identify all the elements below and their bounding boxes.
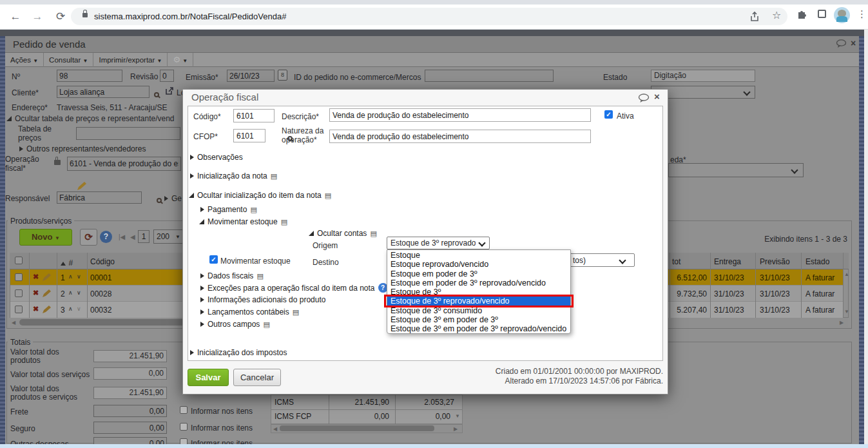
move-up-icon[interactable]: ∧	[68, 289, 73, 296]
frete-informar-checkbox[interactable]	[180, 406, 188, 414]
pagination-first-icon[interactable]: |◀	[119, 233, 125, 240]
bookmark-star-icon[interactable]: ☆	[772, 9, 781, 21]
frete-input[interactable]	[93, 405, 167, 417]
vscroll-up-icon[interactable]: ▲	[844, 271, 849, 277]
cliente-input[interactable]	[57, 86, 149, 98]
url-text[interactable]: sistema.maxiprod.com.br/NotaFiscal/Pedid…	[94, 12, 286, 21]
cliente-open-icon[interactable]	[165, 86, 174, 95]
dropdown-option[interactable]: Estoque em poder de 3º	[387, 269, 570, 278]
tree-outros-campos[interactable]: Outros campos▤	[200, 320, 270, 329]
tree-observacoes[interactable]: Observações	[190, 153, 243, 162]
operacao-fiscal-input[interactable]	[67, 157, 181, 171]
side-panel-icon[interactable]	[818, 10, 826, 18]
ativa-checkbox[interactable]: ✓	[604, 110, 613, 119]
dropdown-option[interactable]: Estoque	[387, 251, 570, 260]
tree-inicializacao-impostos[interactable]: Inicialização dos impostos	[190, 348, 287, 357]
move-up-icon[interactable]: ∧	[68, 306, 73, 312]
responsavel-search-icon[interactable]	[157, 198, 162, 203]
codigo-input[interactable]	[233, 109, 275, 122]
address-bar[interactable]: sistema.maxiprod.com.br/NotaFiscal/Pedid…	[71, 8, 787, 25]
toggle-ge-fragment[interactable]: Ge	[164, 194, 182, 203]
kebab-menu-icon[interactable]: ⋮	[857, 8, 867, 20]
select-all-checkbox[interactable]	[15, 257, 23, 264]
codigo-column-header[interactable]: Código	[90, 257, 115, 266]
sort-column-header[interactable]: #	[61, 257, 73, 268]
help-icon[interactable]: ?	[100, 231, 112, 243]
move-down-icon[interactable]: ∨	[77, 289, 81, 296]
dropdown-option[interactable]: Estoque reprovado/vencido	[387, 260, 570, 269]
delete-row-icon[interactable]: ✖	[33, 305, 39, 313]
tot-column-header[interactable]: tot	[672, 257, 680, 266]
movimentar-estoque-checkbox[interactable]: ✓	[209, 255, 218, 264]
move-down-icon[interactable]: ∨	[77, 273, 81, 280]
page-number-box[interactable]: 1	[138, 230, 149, 243]
delete-row-icon[interactable]: ✖	[33, 289, 39, 297]
toggle-tabela-precos[interactable]: Ocultar tabela de preços e representante…	[6, 114, 175, 123]
dropdown-option[interactable]: Estoque de 3º em poder de 3º	[387, 315, 570, 324]
dropdown-option[interactable]: Estoque de 3º em poder de 3º reprovado/v…	[387, 324, 570, 333]
toggle-outros-representantes[interactable]: Outros representantes/vendedores	[19, 144, 146, 153]
entrega-column-header[interactable]: Entrega	[714, 257, 741, 266]
tree-informacoes-adicionais[interactable]: Informações adicionais do produto	[200, 295, 325, 304]
natureza-input[interactable]	[329, 130, 591, 143]
back-icon[interactable]: ←	[8, 9, 23, 24]
moeda-select[interactable]	[668, 163, 804, 177]
reload-icon[interactable]: ⟳	[53, 9, 68, 24]
novo-button[interactable]: Novo ▼	[19, 229, 72, 246]
refresh-icon[interactable]: ⟳	[80, 229, 97, 246]
seguro-informar-checkbox[interactable]	[180, 423, 188, 431]
edit-row-icon[interactable]	[42, 289, 52, 298]
tree-ocultar-item-nota[interactable]: Ocultar inicialização do item da nota▤	[189, 191, 331, 200]
tabela-precos-input[interactable]	[76, 127, 180, 140]
tax-hscroll-right-icon[interactable]: ▶	[454, 426, 458, 432]
extensions-icon[interactable]	[796, 9, 808, 21]
emissao-input[interactable]	[227, 70, 275, 82]
tree-inicializacao-nota[interactable]: Inicialização da nota▤	[190, 171, 277, 180]
profile-avatar[interactable]	[834, 7, 850, 23]
ecommerce-id-input[interactable]	[425, 70, 554, 82]
hscroll-right-icon[interactable]: ▶	[840, 320, 844, 326]
dropdown-option[interactable]: Estoque em poder de 3º reprovado/vencido	[387, 278, 570, 287]
tree-lancamentos-contabeis[interactable]: Lançamentos contábeis▤	[200, 307, 299, 317]
tree-ocultar-contas[interactable]: Ocultar contas▤	[309, 229, 377, 238]
cfop-input[interactable]	[233, 129, 265, 142]
share-icon[interactable]	[749, 11, 760, 23]
tax-hscroll-left-icon[interactable]: ◀	[273, 426, 277, 432]
row-checkbox[interactable]	[15, 306, 23, 313]
settings-menu-button[interactable]: ⚙ ▼	[168, 53, 193, 67]
hscroll-left-icon[interactable]: ◀	[12, 320, 15, 326]
cancelar-button[interactable]: Cancelar	[233, 369, 281, 386]
revisao-input[interactable]	[160, 70, 174, 82]
dialog-close-icon[interactable]: ×	[654, 91, 660, 102]
calendar-icon[interactable]: 8	[278, 70, 287, 81]
edit-pencil-icon[interactable]	[76, 181, 88, 191]
page-comment-icon[interactable]	[836, 39, 847, 48]
descricao-input[interactable]	[329, 108, 591, 122]
move-up-icon[interactable]: ∧	[68, 273, 73, 280]
tree-dados-fiscais[interactable]: Dados fiscais▤	[200, 271, 264, 280]
tax-vscroll-icon[interactable]: ▼	[455, 413, 460, 419]
edit-row-icon[interactable]	[42, 305, 52, 314]
forward-icon[interactable]: →	[30, 9, 45, 24]
page-close-icon[interactable]: ×	[851, 38, 856, 48]
acoes-menu-button[interactable]: Ações ▼	[5, 53, 44, 67]
origem-select[interactable]: Estoque de 3º reprovado/	[387, 237, 490, 249]
tree-pagamento[interactable]: Pagamento▤	[200, 205, 257, 214]
delete-row-icon[interactable]: ✖	[33, 273, 39, 281]
previsao-column-header[interactable]: Previsão	[760, 257, 790, 266]
responsavel-input[interactable]	[57, 191, 142, 204]
row-checkbox[interactable]	[15, 289, 23, 297]
page-size-select[interactable]: 200 ▼	[153, 229, 183, 244]
row-checkbox[interactable]	[15, 273, 23, 281]
consultar-menu-button[interactable]: Consultar ▼	[44, 53, 93, 67]
cliente-search-icon[interactable]	[154, 92, 159, 97]
tree-excecoes[interactable]: Exceções para a operação fiscal do item …	[200, 283, 388, 293]
salvar-button[interactable]: Salvar	[188, 369, 229, 386]
origem-dropdown-list[interactable]: Estoque Estoque reprovado/vencido Estoqu…	[387, 249, 571, 334]
move-down-icon[interactable]: ∨	[77, 306, 81, 312]
vscroll-down-icon[interactable]: ▼	[844, 309, 849, 315]
tax-hscroll-thumb[interactable]	[280, 425, 434, 431]
pagination-prev-icon[interactable]: ◀	[130, 233, 135, 240]
imprimir-exportar-menu-button[interactable]: Imprimir/exportar ▼	[93, 53, 168, 67]
seguro-input[interactable]	[93, 422, 167, 434]
